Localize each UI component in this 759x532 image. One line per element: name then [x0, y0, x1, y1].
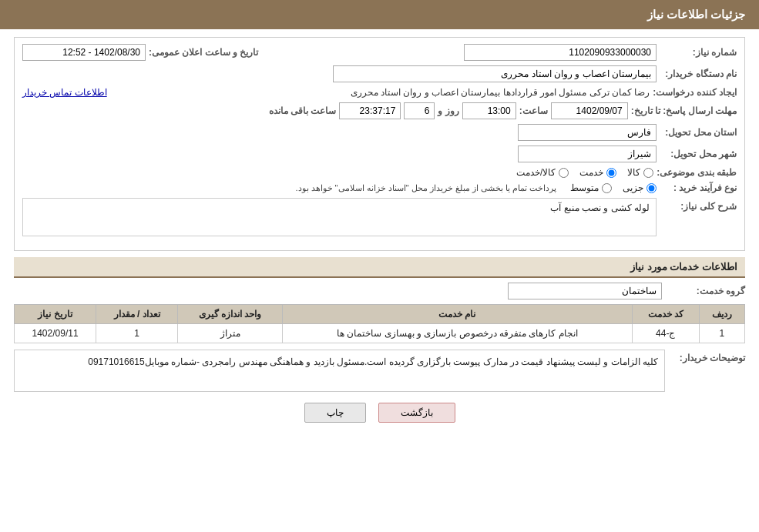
cell-tarikh: 1402/09/11 — [15, 324, 96, 343]
col-radif: ردیف — [699, 305, 744, 324]
gorohe-khedmat-input[interactable] — [508, 283, 662, 299]
mohlat-time-input[interactable] — [462, 102, 516, 119]
tabaqe-khedmat-radio[interactable] — [606, 168, 616, 178]
tabaqe-kala-radio[interactable] — [643, 168, 653, 178]
tabaqe-khedmat-label: خدمت — [579, 167, 603, 178]
row-nam-dastgah: نام دستگاه خریدار: — [22, 65, 737, 82]
mohlat-date-input[interactable] — [551, 102, 628, 119]
row-shahr: شهر محل تحویل: — [22, 146, 737, 162]
print-button[interactable]: چاپ — [304, 403, 366, 423]
cell-tedad: 1 — [96, 324, 178, 343]
navae-jozi-item: جزیی — [623, 182, 657, 193]
tabaqe-label: طبقه بندی موضوعی: — [657, 167, 737, 178]
shomara-niaz-label: شماره نیاز: — [660, 47, 737, 58]
gorohe-khedmat-label: گروه خدمت: — [668, 286, 745, 296]
tabaqe-kala-item: کالا — [627, 167, 653, 178]
shahr-input[interactable] — [518, 146, 657, 162]
navae-jozi-label: جزیی — [623, 182, 643, 193]
tabaqe-kala-khedmat-item: کالا/خدمت — [516, 167, 569, 178]
table-wrap: ردیف کد خدمت نام خدمت واحد اندازه گیری ت… — [14, 304, 745, 343]
navae-motavaset-radio[interactable] — [602, 183, 612, 193]
sharh-box-wrapper: لوله کشی و نصب منبع آب — [22, 198, 657, 239]
col-tedad: تعداد / مقدار — [96, 305, 178, 324]
ijad-label: ایجاد کننده درخواست: — [653, 87, 737, 98]
navae-radio-group: جزیی متوسط — [570, 182, 657, 193]
contact-link[interactable]: اطلاعات تماس خریدار — [22, 87, 107, 98]
row-ijad: ایجاد کننده درخواست: رضا کمان ترکی مسئول… — [22, 87, 737, 98]
mohlat-saat-mande-label: ساعت باقی مانده — [269, 105, 337, 116]
navae-note: پرداخت تمام یا بخشی از مبلغ خریداز محل "… — [295, 183, 556, 193]
sharh-label: شرح کلی نیاز: — [660, 198, 737, 212]
tarikh-elan-label: تاریخ و ساعت اعلان عمومی: — [149, 47, 258, 58]
back-button[interactable]: بازگشت — [378, 403, 455, 423]
toseeh-box: کلیه الزامات و لیست پیشنهاد قیمت در مدار… — [14, 350, 665, 392]
navae-motavaset-item: متوسط — [570, 182, 612, 193]
mohlat-label: مهلت ارسال پاسخ: تا تاریخ: — [631, 105, 737, 116]
nam-dastgah-label: نام دستگاه خریدار: — [660, 69, 737, 79]
navae-label: نوع فرآیند خرید : — [660, 182, 737, 193]
main-content: شماره نیاز: تاریخ و ساعت اعلان عمومی: نا… — [0, 29, 759, 435]
table-row: 1 ج-44 انجام کارهای متفرقه درخصوص بازساز… — [15, 324, 745, 343]
page-header: جزئیات اطلاعات نیاز — [0, 0, 759, 29]
khadamat-section-header: اطلاعات خدمات مورد نیاز — [14, 257, 745, 278]
col-vahed: واحد اندازه گیری — [178, 305, 283, 324]
tabaqe-kala-khedmat-radio[interactable] — [559, 168, 569, 178]
tarikh-elan-input[interactable] — [22, 44, 146, 61]
row-tabaqe: طبقه بندی موضوعی: کالا خدمت کالا/خدمت — [22, 167, 737, 178]
col-kod: کد خدمت — [632, 305, 699, 324]
cell-vahed: متراژ — [178, 324, 283, 343]
tabaqe-radio-group: کالا خدمت کالا/خدمت — [516, 167, 653, 178]
tabaqe-khedmat-item: خدمت — [579, 167, 616, 178]
row-ostan: استان محل تحویل: — [22, 124, 737, 141]
gorohe-khedmat-row: گروه خدمت: — [14, 283, 745, 299]
cell-nam: انجام کارهای متفرقه درخصوص بازسازی و بهس… — [282, 324, 632, 343]
sharh-niaz-value: لوله کشی و نصب منبع آب — [550, 202, 650, 213]
cell-kod: ج-44 — [632, 324, 699, 343]
khadamat-title: اطلاعات خدمات مورد نیاز — [630, 261, 737, 273]
row-mohlat: مهلت ارسال پاسخ: تا تاریخ: ساعت: روز و س… — [22, 102, 737, 119]
ostan-input[interactable] — [518, 124, 657, 141]
ostan-label: استان محل تحویل: — [660, 127, 737, 138]
row-navae: نوع فرآیند خرید : جزیی متوسط پرداخت تمام… — [22, 182, 737, 193]
mohlat-saat-input[interactable] — [339, 102, 401, 119]
mohlat-roz-input[interactable] — [404, 102, 435, 119]
col-nam: نام خدمت — [282, 305, 632, 324]
shahr-label: شهر محل تحویل: — [660, 149, 737, 159]
tabaqe-kala-khedmat-label: کالا/خدمت — [516, 167, 556, 178]
cell-radif: 1 — [699, 324, 744, 343]
row-shomara: شماره نیاز: تاریخ و ساعت اعلان عمومی: — [22, 44, 737, 61]
page-title: جزئیات اطلاعات نیاز — [647, 8, 745, 21]
toseeh-value: کلیه الزامات و لیست پیشنهاد قیمت در مدار… — [88, 356, 658, 367]
mohlat-time-label: ساعت: — [519, 105, 548, 116]
col-tarikh: تاریخ نیاز — [15, 305, 96, 324]
tabaqe-kala-label: کالا — [627, 167, 640, 178]
sharh-niaz-box: لوله کشی و نصب منبع آب — [22, 198, 657, 236]
navae-motavaset-label: متوسط — [570, 182, 599, 193]
nam-dastgah-input[interactable] — [333, 65, 657, 82]
row-sharh: شرح کلی نیاز: لوله کشی و نصب منبع آب — [22, 198, 737, 239]
form-section: شماره نیاز: تاریخ و ساعت اعلان عمومی: نا… — [14, 37, 745, 251]
navae-jozi-radio[interactable] — [646, 183, 657, 193]
toseeh-label: توضیحات خریدار: — [668, 350, 745, 363]
services-table: ردیف کد خدمت نام خدمت واحد اندازه گیری ت… — [14, 304, 745, 343]
buttons-row: بازگشت چاپ — [14, 403, 745, 423]
shomara-niaz-input[interactable] — [464, 44, 657, 61]
mohlat-roz-label: روز و — [438, 105, 458, 116]
page-wrapper: جزئیات اطلاعات نیاز شماره نیاز: تاریخ و … — [0, 0, 759, 532]
ijad-value: رضا کمان ترکی مسئول امور قراردادها بیمار… — [110, 87, 650, 98]
row-toseeh: توضیحات خریدار: کلیه الزامات و لیست پیشن… — [14, 350, 745, 392]
